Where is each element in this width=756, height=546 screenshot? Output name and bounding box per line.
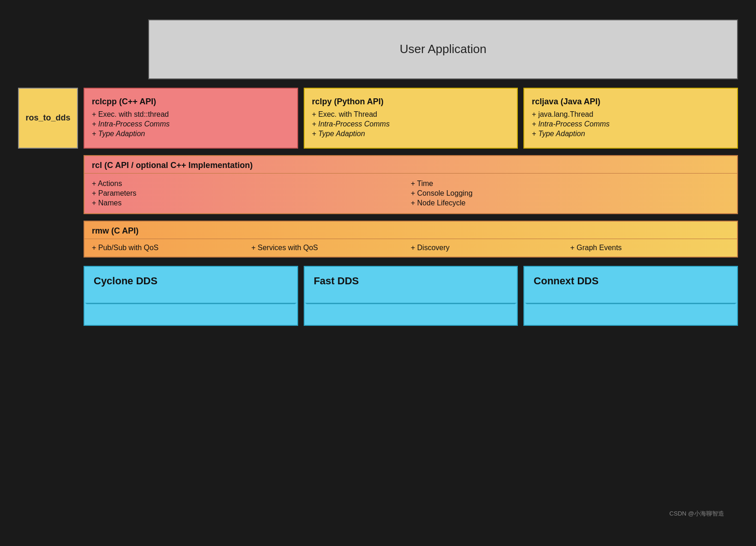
dds-row: Cyclone DDS Fast DDS Connext DDS: [84, 266, 738, 326]
rclpy-box: rclpy (Python API) + Exec. with Thread +…: [304, 88, 518, 149]
rcl-c-features: + Actions + Parameters + Names + Time + …: [84, 174, 737, 213]
rmw-title: rmw (C API): [84, 222, 737, 239]
rcljava-feat-2: + Type Adaption: [532, 130, 730, 138]
rcljava-feat-0: + java.lang.Thread: [532, 110, 730, 119]
rmw-feat-1: + Services with QoS: [252, 244, 411, 252]
user-app-row: User Application: [18, 19, 738, 79]
ros-to-dds-label: ros_to_dds: [18, 88, 78, 149]
rcl-c-col1-item0: + Actions: [92, 180, 411, 188]
rcljava-title: rcljava (Java API): [532, 97, 730, 107]
rclcpp-box: rclcpp (C++ API) + Exec. with std::threa…: [84, 88, 298, 149]
rclpy-title: rclpy (Python API): [312, 97, 510, 107]
rclcpp-feat-1: + Intra-Process Comms: [92, 120, 290, 128]
rclpy-feat-1: + Intra-Process Comms: [312, 120, 510, 128]
dds-box-cyclone: Cyclone DDS: [84, 266, 298, 326]
rclpy-feat-2: + Type Adaption: [312, 130, 510, 138]
rcl-c-col2: + Time + Console Logging + Node Lifecycl…: [411, 178, 730, 209]
dds-box-connext: Connext DDS: [523, 266, 738, 326]
rcl-c-col1-item2: + Names: [92, 199, 411, 207]
rcl-c-col2-item1: + Console Logging: [411, 189, 730, 198]
rmw-row: rmw (C API) + Pub/Sub with QoS + Service…: [84, 221, 738, 258]
rcl-c-title: rcl (C API / optional C++ Implementation…: [84, 156, 737, 174]
watermark: CSDN @小海聊智造: [669, 510, 724, 518]
rcl-c-col2-item0: + Time: [411, 180, 730, 188]
rmw-feat-0: + Pub/Sub with QoS: [92, 244, 252, 252]
user-app-label: User Application: [400, 42, 486, 56]
rcl-c-col1: + Actions + Parameters + Names: [92, 178, 411, 209]
rcljava-feat-1: + Intra-Process Comms: [532, 120, 730, 128]
rcl-c-col1-item1: + Parameters: [92, 189, 411, 198]
rcl-clients-row: ros_to_dds rclcpp (C++ API) + Exec. with…: [18, 88, 738, 149]
rcl-clients-boxes: rclcpp (C++ API) + Exec. with std::threa…: [84, 88, 738, 149]
rcl-c-col2-item2: + Node Lifecycle: [411, 199, 730, 207]
rcl-c-row: rcl (C API / optional C++ Implementation…: [84, 155, 738, 214]
rclcpp-feat-0: + Exec. with std::thread: [92, 110, 290, 119]
dds-box-fast: Fast DDS: [304, 266, 518, 326]
diagram-container: User Application ros_to_dds rclcpp (C++ …: [18, 19, 738, 527]
rmw-feat-2: + Discovery: [411, 244, 570, 252]
rclpy-feat-0: + Exec. with Thread: [312, 110, 510, 119]
rcljava-box: rcljava (Java API) + java.lang.Thread + …: [523, 88, 738, 149]
rmw-features: + Pub/Sub with QoS + Services with QoS +…: [84, 239, 737, 257]
rmw-feat-3: + Graph Events: [570, 244, 730, 252]
rclcpp-feat-2: + Type Adaption: [92, 130, 290, 138]
rclcpp-title: rclcpp (C++ API): [92, 97, 290, 107]
user-app-box: User Application: [148, 19, 738, 79]
